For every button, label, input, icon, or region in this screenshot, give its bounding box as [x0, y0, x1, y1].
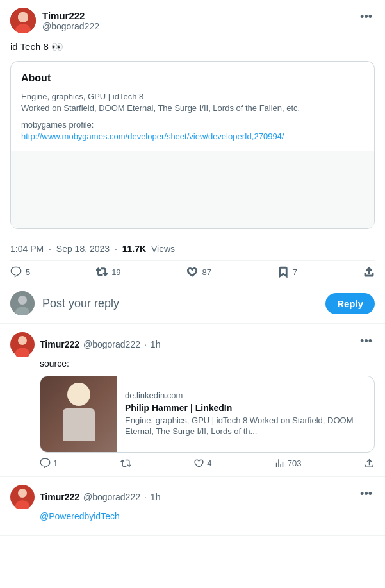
tweet-header-left: Timur222 @bogorad222: [10, 8, 99, 33]
reply-action[interactable]: 5: [10, 266, 30, 278]
svg-point-8: [18, 336, 27, 345]
reply-avatar: [10, 291, 35, 315]
avatar-svg: [10, 8, 36, 33]
comment-text-2: @PoweredbyidTech: [40, 510, 375, 523]
mention-link[interactable]: @PoweredbyidTech: [40, 511, 120, 521]
comment-views-icon: [274, 458, 285, 469]
comment-more-button-2[interactable]: •••: [357, 485, 375, 503]
card-about-section: About Engine, graphics, GPU | idTech 8 W…: [11, 62, 374, 152]
tweet-meta: 1:04 PM · Sep 18, 2023 · 11.7K Views: [10, 237, 375, 261]
retweet-icon: [96, 266, 108, 278]
card-image-area: [11, 151, 374, 228]
comment-views-action[interactable]: 703: [274, 458, 302, 469]
comment-time: ·: [144, 339, 147, 349]
share-action[interactable]: [363, 266, 375, 278]
meta-separator1: ·: [49, 244, 51, 254]
link-card-content: de.linkedin.com Philip Hammer | LinkedIn…: [117, 376, 374, 452]
comment-username-2[interactable]: @bogorad222: [83, 492, 140, 502]
tweet-time: 1:04 PM: [10, 244, 44, 254]
comment-display-name[interactable]: Timur222: [40, 339, 79, 349]
comment-item-2: Timur222 @bogorad222 · 1h ••• @Poweredby…: [0, 477, 385, 537]
more-options-button[interactable]: •••: [357, 8, 375, 26]
comment-views-count: 703: [288, 458, 302, 468]
like-action[interactable]: 87: [186, 266, 211, 278]
tweet-views-count: 11.7K: [122, 244, 146, 254]
comment-share-action[interactable]: [364, 458, 375, 469]
comment-retweet-action[interactable]: [120, 458, 131, 469]
tweet-main: Timur222 @bogorad222 ••• id Tech 8 👀 Abo…: [0, 0, 385, 283]
link-domain: de.linkedin.com: [125, 391, 366, 400]
comment-share-icon: [364, 458, 375, 469]
username[interactable]: @bogorad222: [42, 21, 99, 31]
tweet-body: id Tech 8 👀 About Engine, graphics, GPU …: [10, 40, 375, 229]
comment-sep-2: ·: [144, 492, 147, 502]
comment-avatar-svg: [10, 332, 35, 357]
comment-like-icon: [193, 458, 204, 469]
reply-input-placeholder[interactable]: Post your reply: [42, 297, 318, 310]
comment-reply-icon: [40, 458, 51, 469]
comment-time-2: 1h: [151, 492, 161, 502]
tweet-text: id Tech 8 👀: [10, 40, 375, 55]
comment-body-2: @PoweredbyidTech: [40, 510, 375, 523]
card-about-line1: Engine, graphics, GPU | idTech 8 Worked …: [21, 91, 364, 114]
comment-username[interactable]: @bogorad222: [83, 339, 140, 349]
avatar[interactable]: [10, 8, 36, 33]
link-card[interactable]: de.linkedin.com Philip Hammer | LinkedIn…: [40, 376, 375, 453]
comment-reply-action[interactable]: 1: [40, 458, 58, 469]
comment-header-left: Timur222 @bogorad222 · 1h: [10, 332, 160, 357]
comment-avatar-svg-2: [10, 485, 35, 509]
retweet-count: 19: [111, 267, 120, 277]
share-icon: [363, 266, 375, 278]
tweet-actions: 5 19 87 7: [10, 261, 375, 283]
person-head: [67, 383, 90, 406]
reply-icon: [10, 266, 22, 278]
tweet-header: Timur222 @bogorad222 •••: [10, 8, 375, 33]
comment-body: source: de.linkedin.com Philip Hammer | …: [40, 358, 375, 469]
reply-box: Post your reply Reply: [0, 283, 385, 324]
like-count: 87: [202, 267, 211, 277]
avatar-image: [10, 8, 36, 33]
comment-display-name-2[interactable]: Timur222: [40, 492, 79, 502]
comment-time-value: 1h: [151, 339, 161, 349]
comment-user-row-2: Timur222 @bogorad222 · 1h: [40, 492, 160, 502]
retweet-action[interactable]: 19: [96, 266, 120, 278]
meta-separator2: ·: [115, 244, 117, 254]
bookmark-action[interactable]: 7: [277, 266, 297, 278]
comment-header: Timur222 @bogorad222 · 1h •••: [10, 332, 375, 357]
link-description: Engine, graphics, GPU | idTech 8 Worked …: [125, 416, 366, 437]
link-card-image-inner: [40, 376, 117, 453]
svg-point-3: [18, 12, 28, 22]
card-preview[interactable]: About Engine, graphics, GPU | idTech 8 W…: [10, 61, 375, 230]
comment-item: Timur222 @bogorad222 · 1h ••• source:: [0, 324, 385, 477]
bookmark-icon: [277, 266, 289, 278]
user-info: Timur222 @bogorad222: [42, 10, 99, 31]
comment-like-count: 4: [207, 458, 211, 468]
person-silhouette: [56, 383, 101, 447]
bookmark-count: 7: [293, 267, 297, 277]
comment-header-left-2: Timur222 @bogorad222 · 1h: [10, 485, 160, 509]
card-about-title: About: [21, 71, 364, 86]
card-about-link: mobygames profile: http://www.mobygames.…: [21, 119, 364, 142]
comment-text: source:: [40, 358, 375, 371]
comment-retweet-icon: [120, 458, 131, 469]
comment-avatar[interactable]: [10, 332, 35, 357]
svg-point-11: [18, 489, 27, 498]
like-icon: [186, 266, 198, 278]
tweet-views-label: Views: [151, 244, 175, 254]
person-body: [63, 408, 95, 441]
link-card-image: [40, 376, 117, 453]
comment-more-button[interactable]: •••: [357, 332, 375, 351]
reply-count: 5: [26, 267, 30, 277]
display-name[interactable]: Timur222: [42, 10, 99, 21]
comment-user-row: Timur222 @bogorad222 · 1h: [40, 339, 160, 349]
comment-header-2: Timur222 @bogorad222 · 1h •••: [10, 485, 375, 509]
reply-button[interactable]: Reply: [325, 293, 375, 314]
reply-avatar-svg: [10, 291, 35, 315]
svg-point-5: [18, 296, 27, 305]
comment-reply-count: 1: [53, 458, 58, 468]
comment-avatar-2[interactable]: [10, 485, 35, 509]
link-title: Philip Hammer | LinkedIn: [125, 403, 366, 413]
comment-like-action[interactable]: 4: [193, 458, 211, 469]
tweet-date: Sep 18, 2023: [56, 244, 110, 254]
comment-actions: 1 4 703: [40, 458, 375, 469]
